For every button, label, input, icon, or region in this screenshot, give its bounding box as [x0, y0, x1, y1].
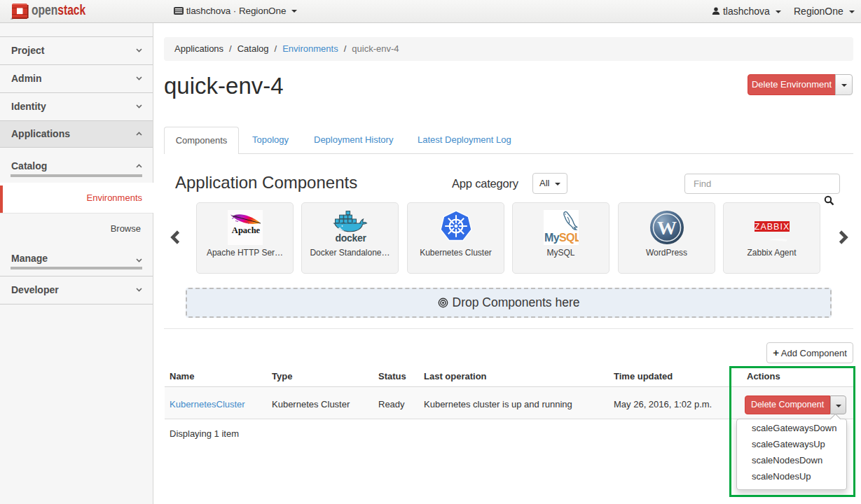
svg-text:W: W — [657, 217, 677, 239]
svg-text:MySQL: MySQL — [544, 232, 579, 244]
svg-text:ZABBIX: ZABBIX — [755, 222, 790, 232]
svg-text:Apache: Apache — [232, 225, 261, 235]
svg-text:docker: docker — [335, 232, 366, 244]
